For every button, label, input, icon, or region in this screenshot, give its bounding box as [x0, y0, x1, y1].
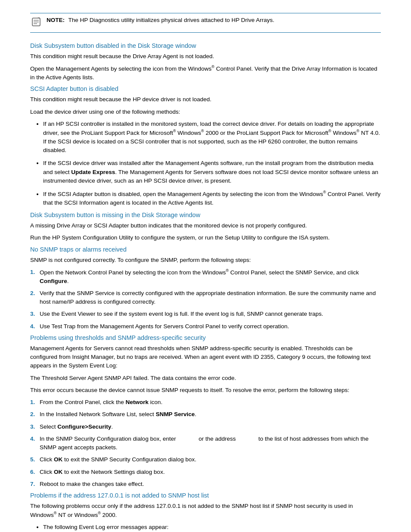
section-no-snmp: No SNMP traps or alarms received SNMP is…: [30, 246, 381, 331]
ordered-item: 2. In the Installed Network Software Lis…: [30, 410, 381, 419]
thresholds-para2: The Threshold Server Agent SNMP API fail…: [30, 374, 381, 383]
scsi-para1: This condition might result because the …: [30, 95, 381, 104]
list-item: If the SCSI device driver was installed …: [43, 159, 381, 185]
ordered-item: 4. In the SNMP Security Configuration di…: [30, 435, 381, 452]
ordered-item: 5. Click OK to exit the SNMP Security Co…: [30, 455, 381, 464]
step-content: Open the Network Control Panel by select…: [40, 268, 381, 286]
step-num: 3.: [30, 310, 40, 318]
step-num: 2.: [30, 289, 40, 307]
thresholds-para1: Management Agents for Servers cannot rea…: [30, 344, 381, 370]
note-label: NOTE:: [47, 17, 65, 23]
disk-missing-para2: Run the HP System Configuration Utility …: [30, 233, 381, 242]
section-heading-disk-missing: Disk Subsystem button is missing in the …: [30, 212, 381, 218]
step-num: 1.: [30, 268, 40, 286]
step-content: Use Test Trap from the Management Agents…: [40, 322, 381, 331]
address-bullet-list: The following Event Log error messages a…: [43, 523, 381, 532]
disk-disabled-para1: This condition might result because the …: [30, 52, 381, 61]
ordered-item: 1. Open the Network Control Panel by sel…: [30, 268, 381, 286]
ordered-item: 7. Reboot to make the changes take effec…: [30, 480, 381, 488]
step-content: Click OK to exit the SNMP Security Confi…: [40, 455, 381, 464]
address-para1: The following problems occur only if the…: [30, 502, 381, 520]
ordered-item: 4. Use Test Trap from the Management Age…: [30, 322, 381, 331]
step-content: Reboot to make the changes take effect.: [40, 480, 381, 488]
step-content: Verify that the SNMP Service is correctl…: [40, 289, 381, 307]
snmp-steps: 1. Open the Network Control Panel by sel…: [30, 268, 381, 331]
section-heading-thresholds: Problems using thresholds and SNMP addre…: [30, 334, 381, 341]
step-content: Select Configure>Security.: [40, 423, 381, 431]
step-num: 2.: [30, 410, 40, 419]
thresholds-para3: This error occurs because the device can…: [30, 386, 381, 395]
ordered-item: 3. Use the Event Viewer to see if the sy…: [30, 310, 381, 318]
step-num: 5.: [30, 455, 40, 464]
step-content: Use the Event Viewer to see if the syste…: [40, 310, 381, 318]
scsi-para2: Load the device driver using one of the …: [30, 108, 381, 116]
step-num: 3.: [30, 423, 40, 431]
section-scsi-adapter: SCSI Adapter button is disabled This con…: [30, 85, 381, 207]
section-disk-subsystem-disabled: Disk Subsystem button disabled in the Di…: [30, 42, 381, 82]
threshold-steps: 1. From the Control Panel, click the Net…: [30, 398, 381, 488]
list-item: If an HP SCSI controller is installed in…: [43, 120, 381, 155]
note-icon: ✎: [30, 17, 42, 29]
step-num: 6.: [30, 468, 40, 476]
section-heading-address: Problems if the address 127.0.0.1 is not…: [30, 492, 381, 499]
step-num: 4.: [30, 322, 40, 331]
page: ✎ NOTE: The HP Diagnostics utility initi…: [0, 0, 411, 532]
disk-disabled-para2: Open the Management Agents by selecting …: [30, 64, 381, 82]
note-box: ✎ NOTE: The HP Diagnostics utility initi…: [30, 13, 381, 33]
ordered-item: 2. Verify that the SNMP Service is corre…: [30, 289, 381, 307]
disk-missing-para1: A missing Drive Array or SCSI Adapter bu…: [30, 221, 381, 230]
note-text: NOTE: The HP Diagnostics utility initial…: [47, 17, 274, 23]
step-content: In the SNMP Security Configuration dialo…: [40, 435, 381, 452]
step-num: 1.: [30, 398, 40, 407]
section-address-problem: Problems if the address 127.0.0.1 is not…: [30, 492, 381, 532]
ordered-item: 3. Select Configure>Security.: [30, 423, 381, 431]
scsi-bullet-list: If an HP SCSI controller is installed in…: [43, 120, 381, 207]
svg-text:✎: ✎: [37, 17, 40, 20]
section-heading-snmp: No SNMP traps or alarms received: [30, 246, 381, 253]
step-content: Click OK to exit the Network Settings di…: [40, 468, 381, 476]
section-thresholds: Problems using thresholds and SNMP addre…: [30, 334, 381, 488]
ordered-item: 1. From the Control Panel, click the Net…: [30, 398, 381, 407]
snmp-intro: SNMP is not configured correctly. To con…: [30, 256, 381, 264]
list-item: If the SCSI Adapter button is disabled, …: [43, 190, 381, 207]
step-content: From the Control Panel, click the Networ…: [40, 398, 381, 407]
step-num: 4.: [30, 435, 40, 452]
step-num: 7.: [30, 480, 40, 488]
list-item: The following Event Log error messages a…: [43, 523, 381, 532]
section-disk-subsystem-missing: Disk Subsystem button is missing in the …: [30, 212, 381, 243]
step-content: In the Installed Network Software List, …: [40, 410, 381, 419]
section-heading-scsi: SCSI Adapter button is disabled: [30, 85, 381, 92]
note-body: The HP Diagnostics utility initializes p…: [68, 17, 274, 23]
section-heading-disk-disabled: Disk Subsystem button disabled in the Di…: [30, 42, 381, 49]
ordered-item: 6. Click OK to exit the Network Settings…: [30, 468, 381, 476]
